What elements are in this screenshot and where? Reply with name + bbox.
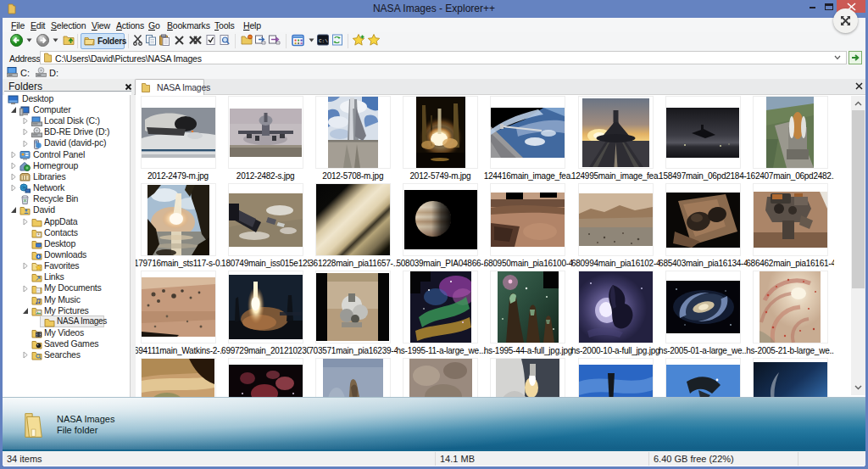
- svg-text:C:\: C:\: [319, 38, 328, 44]
